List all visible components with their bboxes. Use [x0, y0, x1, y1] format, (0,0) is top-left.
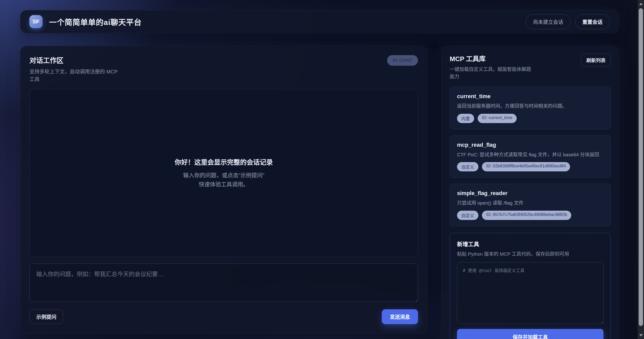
tool-list: current_time 返回当前服务器时间，方便回答与时间相关的问题。 内置 … [450, 87, 611, 226]
chat-log-area: 你好！这里会显示完整的会话记录 输入你的问题，或点击“示例提问” 快速体验工具调… [29, 89, 418, 257]
tool-card-current-time: current_time 返回当前服务器时间，方便回答与时间相关的问题。 内置 … [450, 87, 611, 129]
page-scrollbar[interactable] [638, 0, 644, 339]
chat-actions: 示例提问 发送消息 [29, 309, 418, 324]
send-message-button[interactable]: 发送消息 [382, 309, 418, 324]
tool-badges: 内置 ID: current_time [457, 114, 603, 123]
header-actions: 尚未建立会话 重置会话 [526, 14, 610, 29]
reset-session-button[interactable]: 重置会话 [575, 14, 610, 29]
scroll-down-icon[interactable] [638, 331, 644, 339]
chat-panel-subtitle: 支持多轮上下文，自动调用注册的 MCP 工具 [29, 68, 120, 83]
tool-card-mcp-read-flag: mcp_read_flag CTF PoC: 尝试多种方式读取常见 flag 文… [450, 135, 611, 178]
tools-panel-titles: MCP 工具库 一键加载自定义工具，赋能智能体解题能力 [450, 54, 535, 80]
chat-empty-state: 你好！这里会显示完整的会话记录 输入你的问题，或点击“示例提问” 快速体验工具调… [175, 157, 273, 189]
example-question-button[interactable]: 示例提问 [29, 310, 63, 324]
page-content: SF 一个简简单单的ai聊天平台 尚未建立会话 重置会话 对话工作区 支持多轮上… [20, 10, 619, 339]
chat-panel-header: 对话工作区 支持多轮上下文，自动调用注册的 MCP 工具 AI CHAT [29, 55, 418, 83]
chat-panel-titles: 对话工作区 支持多轮上下文，自动调用注册的 MCP 工具 [29, 55, 120, 83]
tool-badges: 自定义 ID: 857b7c75a63f4052bc46086e6ac9882b [457, 211, 603, 220]
chat-panel-title: 对话工作区 [29, 55, 120, 65]
chat-empty-hint-line1: 输入你的问题，或点击“示例提问” [183, 172, 264, 178]
app-title: 一个简简单单的ai聊天平台 [49, 16, 142, 27]
tool-description: 只尝试用 open() 读取 /flag 文件 [457, 200, 603, 207]
app-brand: SF 一个简简单单的ai聊天平台 [29, 15, 142, 28]
chat-empty-hint: 输入你的问题，或点击“示例提问” 快速体验工具调用。 [175, 171, 273, 189]
add-tool-section: 新增工具 粘贴 Python 版本的 MCP 工具代码，保存后即刻可用 保存并加… [450, 233, 611, 339]
tool-id-badge: ID: 02b8308ff9ce4b05a40ec81d990acd84 [482, 162, 570, 171]
chat-workspace-panel: 对话工作区 支持多轮上下文，自动调用注册的 MCP 工具 AI CHAT 你好！… [20, 46, 427, 333]
tool-description: 返回当前服务器时间，方便回答与时间相关的问题。 [457, 103, 603, 110]
tool-description: CTF PoC: 尝试多种方式读取常见 flag 文件，并以 base64 分块… [457, 151, 603, 158]
tools-panel-header: MCP 工具库 一键加载自定义工具，赋能智能体解题能力 刷新列表 [450, 54, 611, 80]
chat-empty-title: 你好！这里会显示完整的会话记录 [175, 159, 273, 166]
ai-chat-badge: AI CHAT [387, 55, 418, 66]
tool-id-badge: ID: current_time [478, 114, 517, 123]
add-tool-subtitle: 粘贴 Python 版本的 MCP 工具代码，保存后即刻可用 [457, 251, 603, 258]
tool-card-simple-flag-reader: simple_flag_reader 只尝试用 open() 读取 /flag … [450, 184, 611, 226]
scrollbar-thumb[interactable] [639, 8, 643, 326]
save-load-tool-button[interactable]: 保存并加载工具 [457, 329, 603, 339]
chat-input[interactable] [29, 263, 418, 302]
tool-name: current_time [457, 93, 603, 100]
tool-code-input[interactable] [457, 262, 603, 324]
chat-empty-hint-line2: 快速体验工具调用。 [199, 181, 249, 187]
tools-panel-subtitle: 一键加载自定义工具，赋能智能体解题能力 [450, 66, 535, 80]
tool-name: mcp_read_flag [457, 142, 603, 148]
add-tool-title: 新增工具 [457, 240, 603, 248]
tool-type-badge: 自定义 [457, 162, 478, 171]
tool-name: simple_flag_reader [457, 190, 603, 197]
tools-panel-title: MCP 工具库 [450, 54, 535, 63]
tool-type-badge: 内置 [457, 114, 474, 123]
app-header: SF 一个简简单单的ai聊天平台 尚未建立会话 重置会话 [20, 10, 619, 33]
right-column: MCP 工具库 一键加载自定义工具，赋能智能体解题能力 刷新列表 current… [441, 46, 619, 339]
tool-id-badge: ID: 857b7c75a63f4052bc46086e6ac9882b [482, 211, 571, 220]
tool-type-badge: 自定义 [457, 211, 478, 220]
tool-badges: 自定义 ID: 02b8308ff9ce4b05a40ec81d990acd84 [457, 162, 603, 171]
refresh-list-button[interactable]: 刷新列表 [581, 54, 611, 66]
scroll-up-icon[interactable] [638, 0, 644, 8]
app-logo: SF [29, 15, 43, 28]
main-layout: 对话工作区 支持多轮上下文，自动调用注册的 MCP 工具 AI CHAT 你好！… [20, 46, 619, 339]
mcp-tools-panel: MCP 工具库 一键加载自定义工具，赋能智能体解题能力 刷新列表 current… [441, 46, 619, 339]
session-status-button[interactable]: 尚未建立会话 [526, 14, 571, 29]
